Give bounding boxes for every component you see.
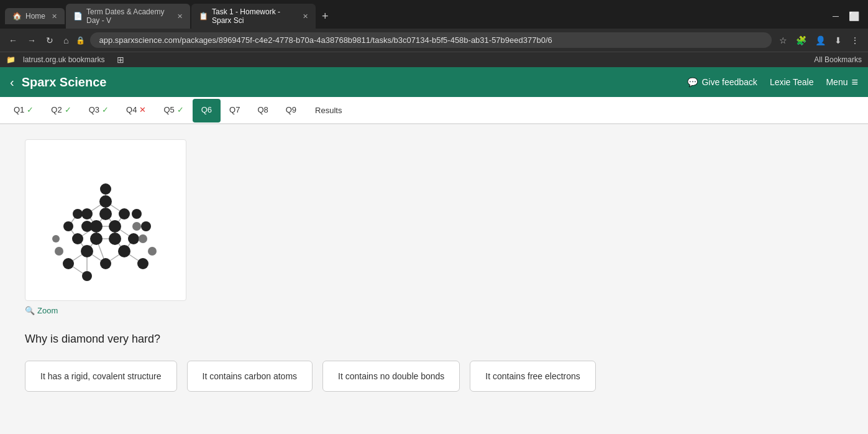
task1-tab-icon: 📋 — [199, 12, 208, 21]
zoom-icon: 🔍 — [25, 306, 35, 315]
answer-option-2[interactable]: It contains carbon atoms — [187, 361, 313, 392]
q5-status-icon: ✓ — [177, 105, 184, 114]
task1-tab-close[interactable]: ✕ — [303, 12, 308, 21]
svg-point-46 — [99, 195, 112, 208]
star-button[interactable]: ☆ — [777, 34, 790, 47]
svg-point-53 — [52, 235, 60, 242]
question-btn-q5[interactable]: Q5 ✓ — [155, 99, 192, 122]
bookmark-folder-icon: 📁 — [6, 55, 16, 64]
term-dates-tab-icon: 📄 — [73, 12, 83, 21]
svg-point-30 — [81, 245, 93, 257]
question-text: Why is diamond very hard? — [25, 333, 843, 346]
q4-status-icon: ✕ — [139, 105, 146, 114]
q3-label: Q3 — [89, 105, 99, 114]
q8-label: Q8 — [257, 105, 268, 114]
svg-point-38 — [63, 221, 73, 231]
question-btn-q6[interactable]: Q6 — [193, 99, 221, 122]
app-logo: Sparx Science — [22, 75, 107, 90]
svg-point-32 — [118, 245, 130, 257]
svg-point-33 — [137, 258, 148, 269]
zoom-link[interactable]: 🔍 Zoom — [25, 306, 843, 315]
svg-point-34 — [72, 233, 83, 244]
app-back-button[interactable]: ‹ — [10, 75, 14, 90]
downloads-button[interactable]: ⬇ — [832, 34, 844, 47]
question-btn-q1[interactable]: Q1 ✓ — [5, 99, 42, 122]
tab-home[interactable]: 🏠 Home ✕ — [5, 8, 65, 24]
svg-point-51 — [148, 247, 157, 256]
q5-label: Q5 — [163, 105, 174, 114]
apps-grid-icon[interactable]: ⊞ — [117, 55, 124, 65]
hamburger-icon: ≡ — [851, 76, 858, 89]
question-btn-q2[interactable]: Q2 ✓ — [42, 99, 80, 122]
home-tab-close[interactable]: ✕ — [52, 12, 57, 21]
svg-point-47 — [100, 183, 111, 195]
svg-point-36 — [109, 233, 121, 245]
back-nav-button[interactable]: ← — [6, 34, 20, 47]
svg-point-28 — [63, 258, 74, 269]
svg-point-44 — [99, 208, 112, 220]
answer-option-1[interactable]: It has a rigid, covalent structure — [25, 361, 177, 392]
q7-label: Q7 — [229, 105, 240, 114]
address-bar-row: ← → ↻ ⌂ 🔒 ☆ 🧩 👤 ⬇ ⋮ — [0, 29, 868, 52]
restore-button[interactable]: ⬜ — [845, 10, 863, 22]
diamond-image — [25, 139, 186, 301]
feedback-icon: 💬 — [687, 77, 698, 87]
q3-status-icon: ✓ — [102, 105, 109, 114]
q4-label: Q4 — [126, 105, 137, 114]
profile-button[interactable]: 👤 — [813, 34, 828, 47]
question-btn-q7[interactable]: Q7 — [221, 99, 249, 122]
question-btn-q4[interactable]: Q4 ✕ — [117, 99, 155, 122]
svg-point-49 — [141, 221, 151, 231]
app-header: ‹ Sparx Science 💬 Give feedback Lexie Te… — [0, 67, 868, 97]
all-bookmarks-label[interactable]: All Bookmarks — [814, 55, 862, 64]
answer-option-4[interactable]: It contains free electrons — [470, 361, 596, 392]
results-button[interactable]: Results — [305, 99, 352, 121]
q1-status-icon: ✓ — [27, 105, 34, 114]
user-name: Lexie Teale — [770, 77, 814, 87]
svg-point-31 — [100, 258, 111, 269]
answer-options: It has a rigid, covalent structure It co… — [25, 361, 843, 392]
q2-label: Q2 — [51, 105, 62, 114]
home-tab-icon: 🏠 — [12, 12, 22, 21]
q6-label: Q6 — [201, 105, 212, 114]
reload-button[interactable]: ↻ — [43, 34, 56, 47]
home-nav-button[interactable]: ⌂ — [61, 34, 71, 47]
question-btn-q3[interactable]: Q3 ✓ — [80, 99, 117, 122]
svg-point-42 — [73, 209, 83, 219]
forward-nav-button[interactable]: → — [25, 34, 39, 47]
svg-point-54 — [132, 222, 141, 231]
main-content: 🔍 Zoom Why is diamond very hard? It has … — [0, 124, 868, 434]
bookmarks-bar: 📁 latrust.org.uk bookmarks ⊞ All Bookmar… — [0, 52, 868, 67]
answer-option-3[interactable]: It contains no double bonds — [322, 361, 460, 392]
term-dates-tab-close[interactable]: ✕ — [177, 12, 183, 21]
menu-button[interactable]: Menu ≡ — [826, 76, 858, 89]
zoom-label: Zoom — [37, 306, 58, 315]
svg-point-41 — [109, 220, 121, 233]
question-nav: Q1 ✓ Q2 ✓ Q3 ✓ Q4 ✕ Q5 ✓ Q6 Q7 Q8 Q9 Res… — [0, 97, 868, 124]
latrust-bookmark[interactable]: latrust.org.uk bookmarks — [23, 55, 104, 64]
svg-point-45 — [119, 208, 130, 219]
q9-label: Q9 — [286, 105, 296, 114]
tab-term-dates[interactable]: 📄 Term Dates & Academy Day - V ✕ — [66, 4, 190, 29]
address-input[interactable] — [90, 32, 772, 48]
svg-point-48 — [132, 209, 142, 219]
feedback-button[interactable]: 💬 Give feedback — [687, 77, 757, 87]
svg-point-43 — [81, 208, 93, 219]
minimize-button[interactable]: ─ — [829, 10, 843, 22]
svg-point-52 — [55, 247, 63, 256]
svg-point-29 — [82, 271, 92, 281]
svg-point-50 — [139, 234, 147, 243]
diamond-structure-svg — [37, 152, 174, 289]
more-button[interactable]: ⋮ — [848, 34, 862, 47]
extensions-button[interactable]: 🧩 — [793, 34, 809, 47]
tab-bar: 🏠 Home ✕ 📄 Term Dates & Academy Day - V … — [0, 0, 868, 29]
svg-point-35 — [90, 233, 103, 245]
question-btn-q9[interactable]: Q9 — [277, 99, 305, 122]
home-tab-label: Home — [25, 12, 45, 21]
question-btn-q8[interactable]: Q8 — [249, 99, 276, 122]
tab-task1[interactable]: 📋 Task 1 - Homework - Sparx Sci ✕ — [191, 4, 316, 29]
new-tab-button[interactable]: + — [317, 7, 334, 25]
menu-label: Menu — [826, 77, 847, 87]
term-dates-tab-label: Term Dates & Academy Day - V — [86, 7, 171, 25]
svg-point-40 — [90, 220, 103, 233]
